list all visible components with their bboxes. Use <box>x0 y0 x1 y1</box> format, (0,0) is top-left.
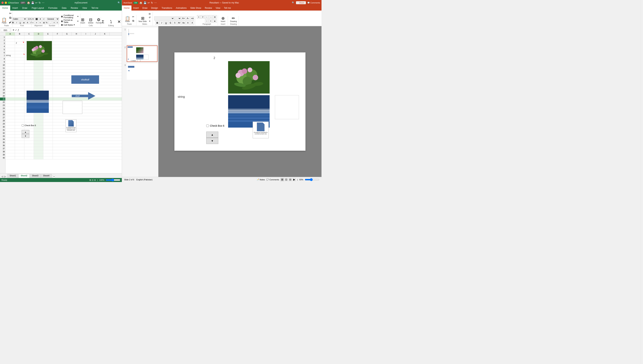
ppt-checkbox-6[interactable] <box>206 124 209 127</box>
ppt-share-button[interactable]: ↑ Share <box>296 1 306 4</box>
tab-draw[interactable]: Draw <box>20 6 30 10</box>
ppt-tab-design[interactable]: Design <box>149 6 160 10</box>
row-header-34[interactable]: 34 <box>0 138 5 141</box>
col-header-f[interactable]: F <box>53 32 62 36</box>
tab-formulas[interactable]: Formulas <box>46 6 60 10</box>
ppt-cut-button[interactable]: ✂ <box>132 15 135 18</box>
checkbox-6[interactable] <box>22 124 24 126</box>
col-header-g[interactable]: G <box>62 32 72 36</box>
align-center-button[interactable]: ≡ <box>35 21 38 24</box>
ppt-tab-home[interactable]: Home <box>122 6 132 10</box>
ppt-convert-smartart-button[interactable]: ◈ <box>213 19 217 23</box>
ppt-strikethrough-button[interactable]: S <box>168 21 172 25</box>
arrow-shape[interactable]: sfsdf <box>72 92 96 100</box>
maximize-icon[interactable] <box>8 2 10 4</box>
tab-review[interactable]: Review <box>69 6 80 10</box>
col-header-h[interactable]: H <box>72 32 81 36</box>
align-top-button[interactable]: ⬆ <box>31 17 34 20</box>
insert-function-icon[interactable]: ƒ <box>18 29 19 31</box>
sheet-nav-right[interactable]: ▷ <box>4 175 6 178</box>
slide-thumb-2[interactable]: 2 ☐ Check ▲ <box>123 46 158 62</box>
ppt-columns-button[interactable]: ⊞ <box>213 15 217 19</box>
row-header-20[interactable]: 20 <box>0 94 5 98</box>
col-header-j[interactable]: J <box>91 32 100 36</box>
col-header-b[interactable]: B <box>15 32 24 36</box>
ppt-spinner-down-button[interactable]: ▼ <box>206 138 218 144</box>
row-header-16[interactable]: 16 <box>0 82 5 85</box>
formula-input[interactable] <box>20 29 121 31</box>
excel-zoom-slider[interactable] <box>106 178 120 182</box>
number-format-select[interactable]: General <box>46 17 59 20</box>
row-header-22[interactable]: 22 <box>0 101 5 104</box>
tab-data[interactable]: Data <box>60 6 68 10</box>
insert-cells-button[interactable]: ⊞ Insert <box>79 18 86 24</box>
col-header-e[interactable]: E <box>43 32 53 36</box>
conditional-formatting-button[interactable]: ▦ Conditional Formatting ▾ <box>60 14 79 19</box>
ppt-comments-button[interactable]: 💬 Comments <box>307 2 320 4</box>
ppt-align-text-button[interactable]: ≡ <box>209 19 213 23</box>
ppt-file-icon[interactable]: B:\asapose\TestData\Source\demochart2.xl… <box>253 122 269 138</box>
ppt-underline-button[interactable]: U <box>164 21 168 25</box>
ppt-increase-font-button[interactable]: A+ <box>182 16 186 20</box>
ppt-slide-sorter-button[interactable]: ⊡ <box>284 178 288 181</box>
align-left-button[interactable]: ≡ <box>31 21 34 24</box>
ppt-autosave-toggle[interactable]: ON <box>133 2 138 4</box>
ppt-shadow-button[interactable]: S <box>173 21 177 25</box>
bold-button[interactable]: B <box>11 21 14 24</box>
confirm-formula-icon[interactable]: ✓ <box>15 29 17 31</box>
ppt-decrease-indent-button[interactable]: ← <box>205 15 209 19</box>
ppt-case-button[interactable]: Aa <box>182 21 186 25</box>
italic-button[interactable]: I <box>15 21 18 24</box>
row-header-38[interactable]: 38 <box>0 150 5 153</box>
row-header-26[interactable]: 26 <box>0 113 5 116</box>
row-header-17[interactable]: 17 <box>0 85 5 88</box>
row-header-6[interactable]: 6 <box>0 51 5 54</box>
decrease-decimal-button[interactable]: 0. <box>56 21 59 24</box>
row-header-21[interactable]: 21 <box>0 98 5 101</box>
row-header-28[interactable]: 28 <box>0 119 5 122</box>
page-layout-view-icon[interactable]: ⊡ <box>92 179 94 181</box>
ppt-tab-draw[interactable]: Draw <box>140 6 149 10</box>
minimize-icon[interactable] <box>5 2 7 4</box>
ppt-font-size-select[interactable] <box>174 16 181 20</box>
increase-decimal-button[interactable]: .0 <box>52 21 56 24</box>
normal-view-icon[interactable]: ⊞ <box>90 179 91 181</box>
ppt-flower-image[interactable] <box>228 61 270 94</box>
ppt-insert-button[interactable]: ⊕ Insert <box>219 16 227 23</box>
ppt-tab-view[interactable]: View <box>214 6 222 10</box>
ppt-text-direction-button[interactable]: ↕ <box>205 19 209 23</box>
ppt-section-button[interactable]: ≡ <box>148 20 152 23</box>
ppt-zoom-slider[interactable] <box>305 178 319 181</box>
font-family-select[interactable]: Calibri <box>12 17 26 20</box>
row-header-31[interactable]: 31 <box>0 128 5 132</box>
ppt-bullet-button[interactable]: ≡ <box>197 15 200 19</box>
ppt-search-icon[interactable]: 🔍 <box>292 2 294 4</box>
ppt-tab-slideshow[interactable]: Slide Show <box>188 6 203 10</box>
row-header-23[interactable]: 23 <box>0 104 5 107</box>
ppt-normal-view-button[interactable]: ⊞ <box>280 178 284 181</box>
align-bottom-button[interactable]: ⬇ <box>38 17 42 20</box>
sheet-tab-1[interactable]: Sheet1 <box>7 174 18 178</box>
row-header-27[interactable]: 27 <box>0 116 5 119</box>
ppt-spinner-up-button[interactable]: ▲ <box>206 132 218 138</box>
row-header-1[interactable]: 1 <box>0 36 5 39</box>
row-header-29[interactable]: 29 <box>0 122 5 126</box>
row-header-14[interactable]: 14 <box>0 76 5 79</box>
row-header-4[interactable]: 4 <box>0 45 5 48</box>
row-header-13[interactable]: 13 <box>0 73 5 76</box>
border-button[interactable]: ⊞ <box>22 21 26 24</box>
tab-view[interactable]: View <box>80 6 89 10</box>
row-header-15[interactable]: 15 <box>0 79 5 82</box>
ppt-reset-button[interactable]: ↺ <box>148 16 152 19</box>
ppt-font-color-button[interactable]: A <box>186 21 190 25</box>
ppt-spacing-button[interactable]: AV <box>177 21 181 25</box>
col-header-k[interactable]: K <box>100 32 110 36</box>
fill-color-button[interactable]: A <box>26 21 29 24</box>
ppt-bold-button[interactable]: B <box>155 21 159 25</box>
ppt-tab-tell-me[interactable]: Tell me <box>222 6 233 10</box>
sheet-tab-2[interactable]: Sheet2 <box>18 174 30 178</box>
tab-home[interactable]: Home <box>0 6 10 10</box>
page-break-view-icon[interactable]: ⊟ <box>94 179 96 181</box>
autosave-toggle[interactable]: OFF <box>20 2 26 4</box>
ppt-layout-button[interactable]: ⊟ <box>148 12 152 16</box>
